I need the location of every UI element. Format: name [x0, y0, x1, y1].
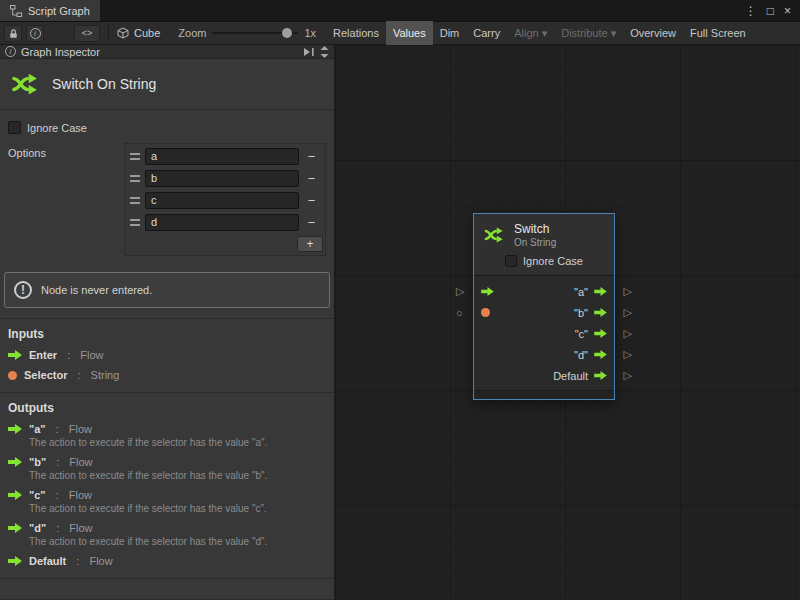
value-input-socket[interactable]: ○: [456, 307, 463, 319]
list-item: −: [126, 189, 324, 211]
distribute-label: Distribute: [561, 27, 607, 39]
graph-canvas[interactable]: Switch On String Ignore Case ▷ "a" ▷ ○: [335, 45, 800, 600]
maximize-icon[interactable]: □: [767, 4, 774, 18]
options-field: Options − − −: [8, 143, 326, 256]
zoom-slider-knob[interactable]: [282, 28, 292, 38]
zoom-label: Zoom: [178, 27, 206, 39]
carry-label: Carry: [473, 27, 500, 39]
target-label: Cube: [134, 27, 160, 39]
window-menu-icon[interactable]: ⋮: [745, 4, 757, 18]
flow-arrow-icon[interactable]: [481, 287, 494, 296]
window-tab-bar: Script Graph ⋮ □ ×: [0, 0, 800, 21]
drag-handle-icon[interactable]: [130, 197, 140, 204]
port-name: "d": [29, 522, 46, 534]
input-enter: Enter : Flow: [8, 349, 326, 361]
flow-arrow-icon[interactable]: [594, 287, 607, 296]
options-list: − − − − +: [124, 143, 326, 256]
toolbar-buttons: Relations Values Dim Carry Align ▾ Distr…: [326, 21, 753, 45]
port-type: Flow: [69, 423, 92, 435]
info-button[interactable]: i: [26, 25, 44, 42]
port-separator: :: [53, 423, 62, 435]
node-ports: ▷ "a" ▷ ○ "b" ▷ "c" ▷: [474, 276, 614, 390]
remove-option-button[interactable]: −: [299, 149, 324, 164]
ignore-case-checkbox[interactable]: [505, 255, 517, 267]
add-option-row: +: [126, 233, 324, 254]
code-view-button[interactable]: <>: [74, 25, 100, 42]
node-header: Switch On String: [474, 214, 614, 252]
outputs-section: Outputs "a" : Flow The action to execute…: [0, 392, 334, 578]
relations-label: Relations: [333, 27, 379, 39]
flow-arrow-icon[interactable]: [594, 350, 607, 359]
add-option-button[interactable]: +: [297, 236, 323, 252]
values-button[interactable]: Values: [386, 21, 433, 45]
port-separator: :: [53, 522, 62, 534]
port-label: "d": [574, 349, 588, 361]
flow-input-socket[interactable]: ▷: [456, 285, 464, 298]
option-input[interactable]: [145, 214, 299, 231]
port-separator: :: [74, 369, 83, 381]
option-input[interactable]: [145, 148, 299, 165]
lock-icon: [8, 28, 19, 39]
tab-script-graph[interactable]: Script Graph: [0, 0, 100, 21]
option-input[interactable]: [145, 170, 299, 187]
carry-button[interactable]: Carry: [466, 21, 507, 45]
zoom-value: 1x: [304, 27, 316, 39]
fullscreen-button[interactable]: Full Screen: [683, 21, 753, 45]
value-port-icon[interactable]: [481, 308, 490, 317]
port-name: "c": [29, 489, 46, 501]
port-label: "c": [575, 328, 588, 340]
dock-icon[interactable]: [303, 47, 315, 57]
remove-option-button[interactable]: −: [299, 215, 324, 230]
port-name: "a": [29, 423, 46, 435]
port-row-b: ○ "b" ▷: [474, 302, 614, 323]
inputs-section: Inputs Enter : Flow Selector : String: [0, 318, 334, 392]
relations-button[interactable]: Relations: [326, 21, 386, 45]
align-dropdown[interactable]: Align ▾: [507, 21, 554, 45]
tab-label: Script Graph: [28, 5, 90, 17]
flow-output-socket[interactable]: ▷: [624, 369, 632, 382]
flow-output-socket[interactable]: ▷: [624, 327, 632, 340]
flow-output-socket[interactable]: ▷: [624, 348, 632, 361]
drag-handle-icon[interactable]: [130, 175, 140, 182]
zoom-slider[interactable]: [212, 32, 298, 34]
flow-arrow-icon[interactable]: [594, 371, 607, 380]
node-title-block: Switch On String: [514, 222, 556, 248]
port-name: Selector: [24, 369, 67, 381]
target-object[interactable]: Cube: [117, 27, 160, 39]
port-row-a: ▷ "a" ▷: [474, 281, 614, 302]
overview-button[interactable]: Overview: [623, 21, 683, 45]
switch-icon: [482, 224, 506, 246]
flow-output-socket[interactable]: ▷: [624, 285, 632, 298]
port-row-d: "d" ▷: [474, 344, 614, 365]
lock-button[interactable]: [4, 25, 22, 42]
remove-option-button[interactable]: −: [299, 193, 324, 208]
drag-handle-icon[interactable]: [130, 219, 140, 226]
drag-handle-icon[interactable]: [130, 153, 140, 160]
flow-arrow-icon: [8, 490, 22, 500]
expander-icon[interactable]: [320, 46, 329, 58]
port-description: The action to execute if the selector ha…: [29, 536, 326, 547]
port-type: Flow: [89, 555, 112, 567]
flow-arrow-icon: [8, 523, 22, 533]
port-label: Default: [553, 370, 588, 382]
flow-output-socket[interactable]: ▷: [624, 306, 632, 319]
inspector-empty-section: [0, 578, 334, 599]
flow-arrow-icon[interactable]: [594, 308, 607, 317]
option-input[interactable]: [145, 192, 299, 209]
port-type: Flow: [80, 349, 103, 361]
close-icon[interactable]: ×: [784, 4, 791, 18]
port-row-c: "c" ▷: [474, 323, 614, 344]
warning-box: ! Node is never entered.: [4, 272, 330, 308]
dim-button[interactable]: Dim: [433, 21, 467, 45]
unit-title-block: Switch On String: [0, 59, 334, 110]
flow-arrow-icon[interactable]: [594, 329, 607, 338]
tab-bar-spacer: [100, 0, 736, 21]
distribute-dropdown[interactable]: Distribute ▾: [554, 21, 623, 45]
zoom-control: Zoom 1x: [178, 27, 316, 39]
switch-on-string-node[interactable]: Switch On String Ignore Case ▷ "a" ▷ ○: [473, 213, 615, 400]
ignore-case-checkbox[interactable]: [8, 121, 21, 134]
port-type: String: [91, 369, 120, 381]
window-controls: ⋮ □ ×: [736, 0, 800, 21]
remove-option-button[interactable]: −: [299, 171, 324, 186]
port-name: "b": [29, 456, 46, 468]
